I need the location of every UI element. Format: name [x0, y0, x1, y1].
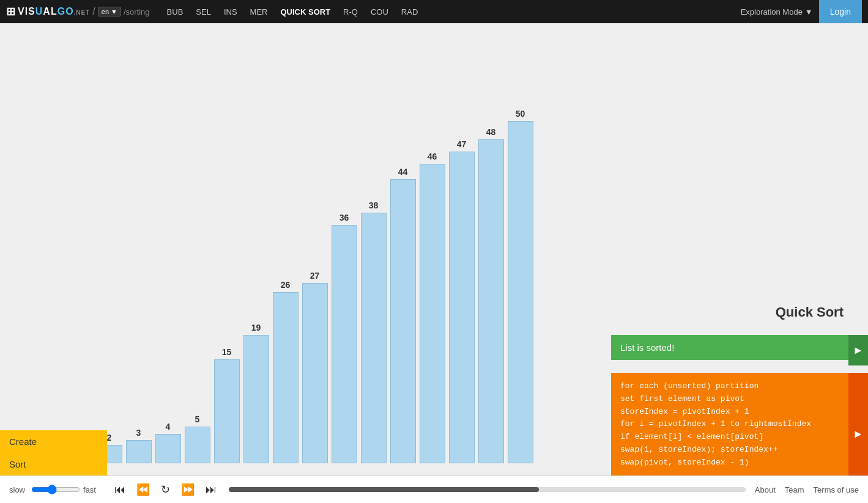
panel-title: Quick Sort	[776, 304, 844, 320]
bar-container: 47	[449, 139, 475, 463]
lang-badge[interactable]: en ▼	[98, 7, 121, 17]
code-line: for each (unsorted) partition	[620, 380, 840, 393]
bar	[302, 283, 328, 463]
bar-container: 19	[243, 323, 269, 463]
next-step-button-green[interactable]: ►	[848, 335, 868, 365]
bar	[126, 440, 152, 463]
bar-container: 4	[155, 422, 181, 463]
nav-bar: BUB SEL INS MER QUICK SORT R-Q COU RAD	[162, 5, 423, 19]
bar-container: 38	[361, 200, 387, 463]
main-area: 23451519262736384446474850 Quick Sort Li…	[0, 23, 868, 475]
chevron-down-icon: ▼	[805, 7, 813, 17]
code-line: storeIndex = pivotIndex + 1	[620, 406, 840, 419]
nav-path: /sorting	[124, 7, 150, 17]
nav-item-ins[interactable]: INS	[219, 5, 242, 19]
bar-container: 44	[390, 167, 416, 463]
bar-label: 48	[486, 127, 496, 137]
fast-label: fast	[83, 485, 96, 494]
bar-label: 44	[398, 167, 408, 177]
terms-link[interactable]: Terms of use	[814, 485, 859, 494]
bar	[155, 434, 181, 463]
bar	[361, 213, 387, 463]
bar-label: 3	[136, 428, 141, 438]
bar-container: 26	[273, 280, 299, 463]
header: ⊞ VISUALGO.NET / en ▼ /sorting BUB SEL I…	[0, 0, 868, 23]
lang-text: en	[102, 8, 109, 15]
nav-item-mer[interactable]: MER	[245, 5, 273, 19]
code-line: if element[i] < element[pivot]	[620, 431, 840, 444]
replay-button[interactable]: ↻	[158, 482, 173, 497]
bar-container: 36	[332, 213, 357, 463]
bar-label: 4	[166, 422, 171, 431]
login-button[interactable]: Login	[819, 0, 862, 23]
bar-label: 38	[369, 200, 379, 210]
bar-container: 5	[185, 414, 210, 463]
step-forward-button[interactable]: ⏩	[178, 482, 198, 497]
bar	[390, 179, 416, 463]
progress-bar[interactable]	[229, 487, 746, 492]
team-link[interactable]: Team	[785, 485, 804, 494]
footer-links: About Team Terms of use	[755, 485, 859, 494]
bar-label: 26	[281, 280, 291, 290]
bar-container: 3	[126, 428, 152, 463]
bar	[273, 292, 299, 463]
status-text: List is sorted!	[620, 342, 674, 353]
bar-label: 47	[457, 139, 467, 149]
bar	[214, 359, 240, 463]
speed-slider[interactable]	[31, 485, 80, 494]
header-right: Exploration Mode ▼ Login	[741, 0, 862, 23]
nav-item-quick-sort[interactable]: QUICK SORT	[275, 5, 335, 19]
bar-container: 50	[508, 109, 533, 463]
bar-label: 5	[195, 414, 200, 424]
bar-container: 27	[302, 271, 328, 463]
nav-item-sel[interactable]: SEL	[191, 5, 216, 19]
bar	[449, 152, 475, 463]
progress-bar-fill	[229, 487, 539, 492]
bar-label: 19	[251, 323, 261, 332]
slow-label: slow	[9, 485, 25, 494]
bar-label: 15	[222, 347, 232, 357]
code-line: set first element as pivot	[620, 393, 840, 406]
code-line: swap(pivot, storeIndex - 1)	[620, 457, 840, 469]
skip-start-button[interactable]: ⏮	[111, 482, 128, 497]
about-link[interactable]: About	[755, 485, 776, 494]
bar-label: 50	[516, 109, 525, 119]
bar	[243, 335, 269, 463]
nav-item-bub[interactable]: BUB	[162, 5, 188, 19]
logo-text: VISUALGO.NET	[18, 6, 90, 17]
create-button[interactable]: Create	[0, 430, 107, 453]
bar-container: 46	[420, 152, 445, 463]
bar-container: 15	[214, 347, 240, 463]
playback-controls: ⏮ ⏪ ↻ ⏩ ⏭	[111, 482, 220, 497]
bar	[185, 427, 210, 463]
left-panel: Create Sort	[0, 430, 122, 475]
code-box: for each (unsorted) partitionset first e…	[611, 373, 850, 477]
separator: /	[92, 6, 95, 17]
bar-container: 48	[478, 127, 504, 463]
skip-end-button[interactable]: ⏭	[202, 482, 220, 497]
bar	[478, 139, 504, 463]
footer: slow fast ⏮ ⏪ ↻ ⏩ ⏭ About Team Terms of …	[0, 475, 868, 503]
step-back-button[interactable]: ⏪	[133, 482, 153, 497]
logo-icon: ⊞	[6, 5, 15, 18]
bar	[508, 121, 533, 463]
bar-label: 46	[428, 152, 437, 161]
exploration-mode-btn[interactable]: Exploration Mode ▼	[741, 7, 813, 17]
status-box: List is sorted!	[611, 335, 850, 360]
bar	[420, 164, 445, 463]
exploration-mode-label: Exploration Mode	[741, 7, 803, 17]
bar-label: 36	[339, 213, 349, 222]
code-line: swap(i, storeIndex); storeIndex++	[620, 444, 840, 457]
code-line: for i = pivotIndex + 1 to rightmostIndex	[620, 418, 840, 431]
logo-area: ⊞ VISUALGO.NET / en ▼ /sorting	[6, 5, 150, 18]
chart-area: 23451519262736384446474850	[24, 48, 605, 475]
chevron-down-icon: ▼	[111, 8, 117, 15]
bar	[332, 225, 357, 463]
bar-label: 27	[310, 271, 320, 281]
nav-item-rad[interactable]: RAD	[396, 5, 423, 19]
nav-item-rq[interactable]: R-Q	[338, 5, 363, 19]
sort-button[interactable]: Sort	[0, 453, 107, 475]
nav-item-cou[interactable]: COU	[366, 5, 393, 19]
